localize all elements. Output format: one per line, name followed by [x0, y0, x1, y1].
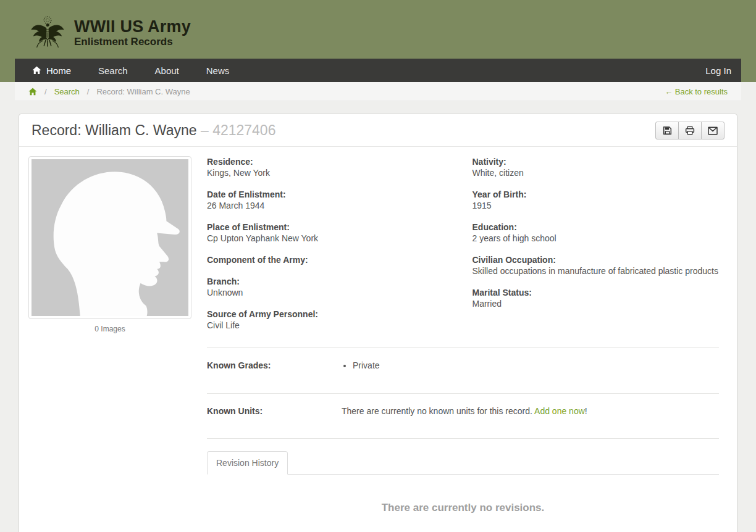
- nav-item-search[interactable]: Search: [85, 59, 141, 82]
- home-icon: [32, 66, 41, 75]
- field-year-of-birth: Year of Birth: 1915: [472, 189, 720, 211]
- known-grades-list: Private: [342, 360, 719, 371]
- field-civilian-occupation: Civilian Occupation: Skilled occupations…: [472, 254, 720, 276]
- field-education: Education: 2 years of high school: [472, 222, 720, 244]
- site-subtitle: Enlistment Records: [74, 36, 191, 48]
- page-title: Record: William C. Wayne – 42127406: [32, 122, 275, 139]
- record-serial: – 42127406: [201, 122, 276, 138]
- main-navbar: Home Search About News Log In: [15, 59, 741, 82]
- email-button[interactable]: [701, 122, 724, 139]
- field-nativity: Nativity: White, citizen: [472, 156, 720, 178]
- nav-item-home[interactable]: Home: [15, 59, 85, 82]
- field-source-of-personnel: Source of Army Personnel: Civil Life: [207, 309, 454, 331]
- nav-item-news[interactable]: News: [193, 59, 243, 82]
- field-place-of-enlistment: Place of Enlistment: Cp Upton Yaphank Ne…: [207, 222, 454, 244]
- nav-about-label: About: [155, 65, 179, 76]
- fields-left-column: Residence: Kings, New York Date of Enlis…: [207, 156, 472, 341]
- breadcrumb-search-link[interactable]: Search: [54, 87, 80, 96]
- back-to-results-link[interactable]: ← Back to results: [665, 87, 728, 96]
- login-link[interactable]: Log In: [695, 65, 741, 76]
- known-units-section: Known Units: There are currently no know…: [207, 394, 719, 432]
- field-branch: Branch: Unknown: [207, 276, 454, 298]
- add-unit-link[interactable]: Add one now: [534, 406, 585, 416]
- no-revisions-message: There are currently no revisions.: [207, 502, 719, 514]
- photo-thumbnail: [28, 156, 191, 319]
- save-icon: [663, 126, 672, 135]
- record-panel: Record: William C. Wayne – 42127406: [19, 114, 737, 532]
- page: WWII US Army Enlistment Records Home Sea…: [0, 0, 756, 532]
- record-toolbar: [655, 122, 724, 139]
- brand: WWII US Army Enlistment Records: [15, 0, 741, 59]
- record-name: Record: William C. Wayne: [32, 122, 197, 138]
- photo-column: 0 Images: [28, 156, 207, 532]
- known-grades-label: Known Grades:: [207, 360, 342, 371]
- email-icon: [708, 127, 718, 135]
- breadcrumb-separator: /: [44, 87, 47, 96]
- detail-column: Residence: Kings, New York Date of Enlis…: [207, 156, 728, 532]
- header-band: WWII US Army Enlistment Records Home Sea…: [0, 0, 756, 82]
- tab-revision-history[interactable]: Revision History: [207, 451, 288, 475]
- breadcrumb: / Search / Record: William C. Wayne ← Ba…: [15, 82, 741, 101]
- home-icon: [28, 88, 37, 96]
- breadcrumb-separator: /: [87, 87, 90, 96]
- images-count-caption: 0 Images: [28, 325, 191, 333]
- record-panel-heading: Record: William C. Wayne – 42127406: [19, 114, 737, 147]
- nav-item-about[interactable]: About: [141, 59, 193, 82]
- print-button[interactable]: [678, 122, 702, 139]
- print-icon: [685, 126, 695, 135]
- revision-tabs: Revision History There are currently no …: [207, 451, 719, 532]
- field-component-of-army: Component of the Army:: [207, 254, 454, 265]
- field-date-of-enlistment: Date of Enlistment: 26 March 1944: [207, 189, 454, 211]
- nav-news-label: News: [206, 65, 230, 76]
- site-title: WWII US Army: [74, 17, 191, 36]
- field-residence: Residence: Kings, New York: [207, 156, 454, 178]
- save-button[interactable]: [655, 122, 679, 139]
- known-units-message: There are currently no known units for t…: [342, 406, 719, 416]
- fields-right-column: Nativity: White, citizen Year of Birth: …: [472, 156, 720, 341]
- nav-search-label: Search: [98, 65, 128, 76]
- divider: [207, 438, 719, 439]
- nav-home-label: Home: [46, 65, 71, 76]
- revision-history-panel: There are currently no revisions.: [207, 475, 719, 532]
- tab-bar: Revision History: [207, 451, 719, 475]
- field-marital-status: Marital Status: Married: [472, 287, 720, 309]
- known-grades-section: Known Grades: Private: [207, 348, 719, 387]
- breadcrumb-home-link[interactable]: [28, 88, 37, 96]
- known-units-label: Known Units:: [207, 406, 342, 416]
- soldier-silhouette-placeholder-icon: [32, 159, 188, 316]
- grade-item: Private: [353, 360, 719, 371]
- eagle-seal-logo-icon: [30, 15, 65, 51]
- breadcrumb-current: Record: William C. Wayne: [96, 87, 190, 96]
